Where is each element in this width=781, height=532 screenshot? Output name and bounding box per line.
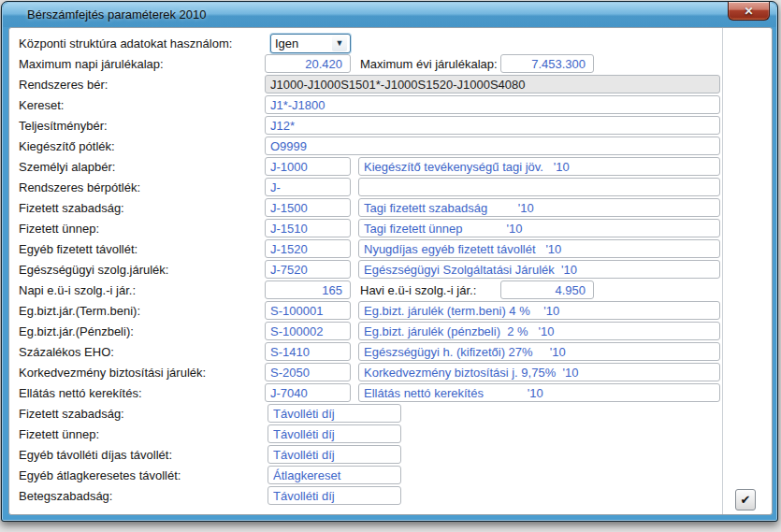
title-bar[interactable]: Bérszámfejtés paraméterek 2010 [3, 3, 776, 27]
other-absence-fee-type-input[interactable] [268, 445, 401, 464]
personal-base-wage-desc-input[interactable] [358, 157, 720, 176]
row-health-insurance-cash: Eg.bizt.jár.(Pénzbeli): [9, 322, 772, 342]
field-label: Kiegészítő pótlék: [19, 139, 115, 153]
row-earnings: Kereset: [9, 95, 772, 116]
dialog-window: Bérszámfejtés paraméterek 2010 ✕ Központ… [1, 1, 778, 522]
paid-leave-type-input[interactable] [268, 404, 401, 423]
row-sick-leave-type: Betegszabadság: [9, 486, 772, 507]
row-percent-eho: Százalékos EHO: [9, 342, 772, 363]
row-regular-wage: Rendszeres bér: [9, 75, 772, 95]
paid-holiday-code-input[interactable] [265, 219, 351, 237]
field-label: Havi e.ü-i szolg.-i jár.: [360, 283, 476, 297]
field-label: Rendszeres bér: [19, 78, 108, 92]
close-button[interactable]: ✕ [728, 2, 770, 21]
monthly-health-contribution-input[interactable] [500, 280, 594, 299]
age-discount-insurance-desc-input[interactable] [358, 363, 720, 381]
row-health-contribution-amounts: Napi e.ü-i szolg.-i jár.: Havi e.ü-i szo… [9, 280, 772, 301]
field-label: Eg.bizt.jár.(Term.beni): [19, 304, 140, 318]
max-yearly-base-input[interactable] [500, 54, 594, 73]
field-label: Egyéb távolléti díjas távollét: [19, 448, 172, 462]
health-insurance-cash-code-input[interactable] [265, 322, 351, 340]
row-other-paid-absence: Egyéb fizetett távollét: [9, 239, 772, 260]
performance-wage-input[interactable] [265, 116, 720, 135]
field-label: Eg.bizt.jár.(Pénzbeli): [19, 324, 134, 338]
row-paid-leave: Fizetett szabadság: [9, 198, 772, 219]
health-service-contribution-code-input[interactable] [265, 260, 351, 279]
daily-health-contribution-input[interactable] [265, 280, 351, 299]
regular-wage-input [265, 75, 720, 93]
other-paid-absence-code-input[interactable] [265, 239, 351, 258]
window-title: Bérszámfejtés paraméterek 2010 [27, 7, 206, 22]
regular-wage-supplement-desc-input[interactable] [358, 178, 720, 196]
field-label: Központi struktúra adatokat használom: [19, 36, 232, 50]
paid-leave-desc-input[interactable] [358, 198, 720, 217]
row-supplementary-allowance: Kiegészítő pótlék: [9, 137, 772, 157]
field-label: Személyi alapbér: [19, 160, 115, 174]
field-label: Egészségügyi szolg.járulék: [19, 263, 168, 277]
row-benefit-net-rounding: Ellátás nettó kerekítés: [9, 383, 772, 404]
health-insurance-cash-desc-input[interactable] [358, 322, 720, 340]
paid-leave-code-input[interactable] [265, 198, 351, 217]
row-paid-holiday: Fizetett ünnep: [9, 219, 772, 239]
earnings-input[interactable] [265, 95, 720, 114]
central-structure-select[interactable]: Igen ▼ [270, 34, 351, 53]
content-panel: Központi struktúra adatokat használom: I… [8, 27, 773, 515]
row-health-insurance-inkind: Eg.bizt.jár.(Term.beni): [9, 301, 772, 322]
paid-holiday-desc-input[interactable] [358, 219, 720, 237]
field-label: Teljesítménybér: [19, 119, 108, 133]
health-insurance-inkind-desc-input[interactable] [358, 301, 720, 320]
panel-divider [722, 28, 723, 514]
field-label: Korkedvezmény biztosítási járulék: [19, 366, 206, 380]
select-value: Igen [275, 36, 298, 50]
age-discount-insurance-code-input[interactable] [265, 363, 351, 381]
row-avg-earnings-absence-type: Egyéb átlagkeresetes távollét: [9, 466, 772, 486]
health-service-contribution-desc-input[interactable] [358, 260, 720, 279]
field-label: Fizetett szabadság: [19, 201, 124, 215]
row-age-discount-insurance: Korkedvezmény biztosítási járulék: [9, 363, 772, 383]
max-daily-base-input[interactable] [265, 54, 351, 73]
field-label: Fizetett ünnep: [19, 427, 99, 441]
field-label: Fizetett ünnep: [19, 222, 99, 236]
regular-wage-supplement-code-input[interactable] [265, 178, 351, 196]
health-insurance-inkind-code-input[interactable] [265, 301, 351, 320]
other-paid-absence-desc-input[interactable] [358, 239, 720, 258]
row-regular-wage-supplement: Rendszeres bérpótlék: [9, 178, 772, 198]
benefit-net-rounding-desc-input[interactable] [358, 383, 720, 402]
paid-holiday-type-input[interactable] [268, 424, 401, 443]
field-label: Egyéb átlagkeresetes távollét: [19, 468, 181, 482]
field-label: Kereset: [19, 98, 64, 112]
row-max-contribution-base: Maximum napi járulékalap: Maximum évi já… [9, 54, 772, 75]
confirm-button[interactable]: ✔ [735, 489, 756, 510]
sick-leave-type-input[interactable] [268, 486, 401, 505]
field-label: Százalékos EHO: [19, 345, 114, 359]
percent-eho-desc-input[interactable] [358, 342, 720, 361]
row-health-service-contribution: Egészségügyi szolg.járulék: [9, 260, 772, 280]
percent-eho-code-input[interactable] [265, 342, 351, 361]
field-label: Maximum évi járulékalap: [360, 57, 498, 71]
field-label: Ellátás nettó kerekítés: [19, 386, 142, 400]
supplementary-allowance-input[interactable] [265, 137, 720, 155]
check-icon: ✔ [741, 493, 751, 507]
field-label: Egyéb fizetett távollét: [19, 242, 137, 256]
field-label: Rendszeres bérpótlék: [19, 180, 140, 194]
personal-base-wage-code-input[interactable] [265, 157, 351, 176]
row-personal-base-wage: Személyi alapbér: [9, 157, 772, 178]
field-label: Maximum napi járulékalap: [19, 57, 164, 71]
close-icon: ✕ [744, 5, 753, 18]
row-performance-wage: Teljesítménybér: [9, 116, 772, 137]
field-label: Napi e.ü-i szolg.-i jár.: [19, 283, 136, 297]
chevron-down-icon: ▼ [332, 36, 347, 51]
avg-earnings-absence-type-input[interactable] [268, 466, 401, 484]
row-paid-leave-type: Fizetett szabadság: [9, 404, 772, 424]
benefit-net-rounding-code-input[interactable] [265, 383, 351, 402]
row-other-absence-fee-type: Egyéb távolléti díjas távollét: [9, 445, 772, 466]
row-paid-holiday-type: Fizetett ünnep: [9, 424, 772, 445]
field-label: Fizetett szabadság: [19, 407, 124, 421]
row-central-structure: Központi struktúra adatokat használom: I… [9, 34, 772, 54]
field-label: Betegszabadság: [19, 489, 112, 503]
